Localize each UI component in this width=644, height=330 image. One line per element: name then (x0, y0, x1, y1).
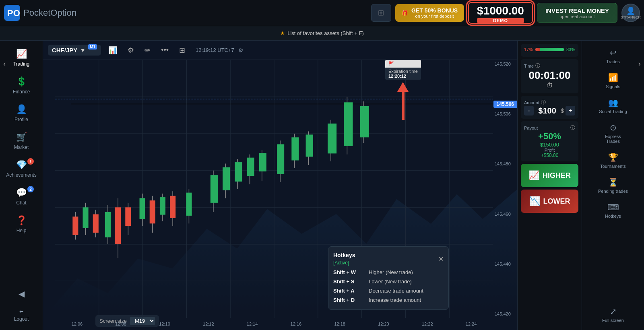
screen-button[interactable]: ⊞ (371, 4, 391, 22)
right-nav-pending-trades[interactable]: ⏳ Pending trades (595, 174, 631, 197)
bonus-icon: 🎁 (402, 10, 408, 16)
svg-rect-25 (105, 212, 111, 237)
logout-icon: ⬅ (19, 309, 23, 314)
sidebar-item-chat[interactable]: 💬 Chat 2 (3, 184, 39, 210)
fullscreen-icon: ⤢ (610, 307, 617, 316)
hotkeys-close-button[interactable]: ✕ (438, 255, 444, 263)
asset-selector[interactable]: CHF/JPY ▼ M1 (48, 45, 101, 56)
amount-info-icon: ⓘ (541, 99, 546, 106)
amount-decrease-button[interactable]: - (524, 106, 534, 116)
trade-amount-section: Amount ⓘ - $100 $ + (521, 96, 578, 119)
achievements-icon: 💎 (16, 160, 27, 170)
sidebar-help-label: Help (17, 228, 27, 233)
sidebar-finance-label: Finance (13, 89, 30, 95)
svg-text:PO: PO (7, 8, 20, 18)
right-nav-tournaments[interactable]: 🏆 Tournaments (595, 149, 631, 172)
chart-toolbar: CHF/JPY ▼ M1 📊 ⚙ ✏ ••• ⊞ 12:19:12 UTC+7 … (43, 41, 517, 60)
right-nav-hotkeys-label: Hotkeys (605, 214, 621, 219)
x-label-9: 12:22 (405, 322, 449, 326)
svg-rect-21 (83, 207, 89, 228)
express-trades-icon: ⊙ (610, 123, 617, 132)
sidebar-item-market[interactable]: 🛒 Market (3, 128, 39, 154)
chart-type-button[interactable]: 📊 (105, 44, 120, 57)
sidebar-item-help[interactable]: ❓ Help (3, 211, 39, 237)
right-sidebar: ↩ Trades 📶 Signals 👥 Social Trading ⊙ Ex… (582, 41, 644, 330)
higher-button[interactable]: 📈 HIGHER (521, 164, 578, 187)
payout-profit-amount: $150.00 (524, 142, 575, 148)
bonus-button[interactable]: 🎁 GET 50% BONUS on your first deposit (395, 4, 464, 22)
chart-area: CHF/JPY ▼ M1 📊 ⚙ ✏ ••• ⊞ 12:19:12 UTC+7 … (43, 41, 517, 330)
right-nav-social-trading[interactable]: 👥 Social Trading (595, 95, 631, 117)
chart-layout-button[interactable]: ⊞ (176, 44, 188, 57)
svg-rect-29 (125, 207, 131, 226)
hotkey-action-4: Increase trade amount (369, 297, 421, 303)
invest-real-money-button[interactable]: INVEST REAL MONEY open real account (537, 3, 617, 23)
amount-increase-button[interactable]: + (566, 106, 575, 116)
svg-rect-23 (93, 214, 99, 233)
lower-icon: 📉 (529, 196, 540, 206)
x-label-10: 12:24 (449, 322, 493, 326)
right-nav-signals[interactable]: 📶 Signals (595, 70, 631, 92)
market-icon: 🛒 (16, 132, 27, 142)
hotkey-action-2: Lower (New trade) (369, 278, 412, 285)
hotkey-row-4: Shift + D Increase trade amount (333, 295, 444, 305)
hotkeys-popup: Hotkeys [Active] ✕ Shift + W Higher (New… (328, 246, 449, 310)
trade-amount-value: $100 (535, 106, 559, 116)
demo-label: DEMO (477, 18, 524, 23)
chart-indicators-button[interactable]: ⚙ (124, 44, 137, 57)
right-nav-fullscreen[interactable]: ⤢ Full screen (595, 303, 631, 326)
demo-account-button[interactable]: $1000.00 DEMO (468, 2, 533, 24)
price-label-2: 145.506 (495, 111, 516, 116)
hotkeys-active-label: [Active] (333, 260, 349, 266)
sidebar-logout-label: Logout (14, 316, 29, 322)
chat-badge: 2 (27, 186, 34, 192)
current-price-badge: 145.506 (493, 101, 517, 108)
left-sidebar: 📈 Trading 💲 Finance 👤 Profile 🛒 Market 💎… (0, 41, 43, 330)
hotkey-key-3: Shift + A (333, 288, 365, 294)
bonus-sub-text: on your first deposit (411, 14, 458, 19)
right-nav-pending-trades-label: Pending trades (598, 189, 628, 194)
sidebar-item-logout[interactable]: ⬅ Logout (3, 305, 39, 326)
progress-left-pct: 17% (524, 47, 533, 52)
lower-button[interactable]: 📉 LOWER (521, 190, 578, 213)
svg-rect-31 (140, 198, 145, 219)
right-nav-social-trading-label: Social Trading (599, 109, 627, 114)
svg-rect-27 (115, 207, 121, 244)
trade-amount-label: Amount ⓘ (524, 99, 575, 106)
asset-name: CHF/JPY (52, 47, 77, 54)
user-avatar[interactable]: 👤 STRANGER (621, 4, 640, 22)
trade-panel: 17% 83% Time ⓘ 00:01:00 ⏱ Amou (517, 41, 582, 330)
price-label-5: 145.440 (495, 262, 516, 266)
sidebar-item-finance[interactable]: 💲 Finance (3, 72, 39, 99)
right-nav-trades[interactable]: ↩ Trades (595, 45, 631, 67)
right-nav-express-trades[interactable]: ⊙ Express Trades (595, 120, 631, 147)
x-axis: 12:06 12:08 12:10 12:12 12:14 12:16 12:1… (55, 318, 493, 330)
svg-rect-55 (306, 134, 313, 157)
sidebar-item-trading[interactable]: 📈 Trading (3, 45, 39, 71)
x-label-3: 12:10 (143, 322, 187, 326)
sidebar-item-achievements[interactable]: 💎 Achievements ! (3, 156, 39, 182)
sidebar-collapse-button[interactable]: ◀ (3, 285, 39, 303)
hotkey-key-1: Shift + W (333, 269, 365, 275)
right-nav-hotkeys[interactable]: ⌨ Hotkeys (595, 199, 631, 222)
favorites-arrow-right[interactable]: › (638, 60, 641, 68)
x-label-6: 12:16 (274, 322, 318, 326)
logo: PO PocketOption (4, 5, 76, 21)
trade-time-value: 00:01:00 (524, 69, 575, 82)
achievements-badge: ! (27, 158, 34, 165)
higher-label: HIGHER (543, 171, 571, 180)
trade-progress-bar: 17% 83% (524, 47, 575, 52)
payout-profit-label: Profit (524, 148, 575, 153)
trade-time-label: Time ⓘ (524, 62, 575, 69)
favorites-bar[interactable]: ★ List of favorites assets (Shift + F) (0, 26, 644, 41)
chart-more-button[interactable]: ••• (158, 44, 172, 56)
hotkey-action-3: Decrease trade amount (369, 288, 423, 294)
svg-rect-51 (277, 144, 284, 174)
current-price-line: 145.506 (71, 101, 517, 108)
chart-settings-icon[interactable]: ⚙ (238, 47, 244, 54)
chart-draw-button[interactable]: ✏ (141, 44, 154, 57)
sidebar-item-profile[interactable]: 👤 Profile (3, 100, 39, 126)
expiry-time-label: Expiration time (388, 69, 418, 74)
dollar-icon: $ (561, 107, 564, 114)
x-label-8: 12:20 (362, 322, 406, 326)
